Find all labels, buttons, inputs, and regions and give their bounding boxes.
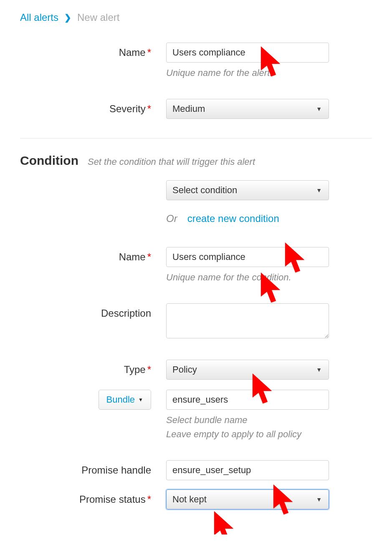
bundle-dropdown-button[interactable]: Bundle ▼ bbox=[99, 390, 151, 410]
type-value: Policy bbox=[172, 364, 197, 375]
or-label: Or bbox=[166, 213, 177, 224]
field-description: Description bbox=[20, 303, 372, 340]
severity-value: Medium bbox=[172, 103, 205, 114]
field-select-condition: Select condition ▼ bbox=[20, 180, 372, 200]
promise-handle-input[interactable] bbox=[166, 460, 329, 480]
condition-name-label: Name* bbox=[20, 247, 166, 267]
type-select[interactable]: Policy ▼ bbox=[166, 360, 329, 380]
type-label: Type* bbox=[20, 360, 166, 380]
description-label: Description bbox=[20, 303, 166, 323]
promise-status-label: Promise status* bbox=[20, 489, 166, 509]
chevron-right-icon: ❯ bbox=[64, 13, 71, 23]
caret-down-icon: ▼ bbox=[316, 106, 322, 112]
field-severity: Severity* Medium ▼ bbox=[20, 99, 372, 119]
or-create-row: Or create new condition bbox=[20, 213, 372, 224]
field-promise-status: Promise status* Not kept ▼ bbox=[20, 489, 372, 509]
breadcrumb-current: New alert bbox=[77, 12, 119, 23]
create-condition-link[interactable]: create new condition bbox=[187, 213, 279, 224]
condition-name-help: Unique name for the condition. bbox=[166, 271, 329, 284]
field-type: Type* Policy ▼ bbox=[20, 360, 372, 380]
bundle-help-1: Select bundle name bbox=[166, 414, 329, 427]
severity-label: Severity* bbox=[20, 99, 166, 119]
condition-title: Condition bbox=[20, 154, 78, 168]
breadcrumb-all-alerts[interactable]: All alerts bbox=[20, 12, 58, 23]
description-textarea[interactable] bbox=[166, 303, 329, 338]
promise-status-select[interactable]: Not kept ▼ bbox=[166, 489, 329, 509]
caret-down-icon: ▼ bbox=[316, 187, 322, 194]
condition-name-input[interactable] bbox=[166, 247, 329, 267]
field-promise-handle: Promise handle bbox=[20, 460, 372, 480]
section-divider bbox=[20, 138, 372, 139]
select-condition-dropdown[interactable]: Select condition ▼ bbox=[166, 180, 329, 200]
severity-select[interactable]: Medium ▼ bbox=[166, 99, 329, 119]
caret-down-icon: ▼ bbox=[138, 397, 143, 403]
promise-handle-label: Promise handle bbox=[20, 460, 166, 480]
select-condition-placeholder: Select condition bbox=[172, 185, 237, 196]
field-bundle: Bundle ▼ Select bundle name Leave empty … bbox=[20, 390, 372, 441]
bundle-help-2: Leave empty to apply to all policy bbox=[166, 428, 329, 441]
condition-subtitle: Set the condition that will trigger this… bbox=[88, 156, 255, 167]
name-help: Unique name for the alert. bbox=[166, 67, 329, 80]
condition-heading: Condition Set the condition that will tr… bbox=[20, 154, 372, 168]
name-input[interactable] bbox=[166, 43, 329, 63]
breadcrumb: All alerts ❯ New alert bbox=[20, 12, 372, 23]
promise-status-value: Not kept bbox=[172, 494, 207, 505]
caret-down-icon: ▼ bbox=[316, 496, 322, 503]
field-condition-name: Name* Unique name for the condition. bbox=[20, 247, 372, 284]
field-name: Name* Unique name for the alert. bbox=[20, 43, 372, 80]
bundle-input[interactable] bbox=[166, 390, 329, 410]
caret-down-icon: ▼ bbox=[316, 366, 322, 373]
name-label: Name* bbox=[20, 43, 166, 63]
